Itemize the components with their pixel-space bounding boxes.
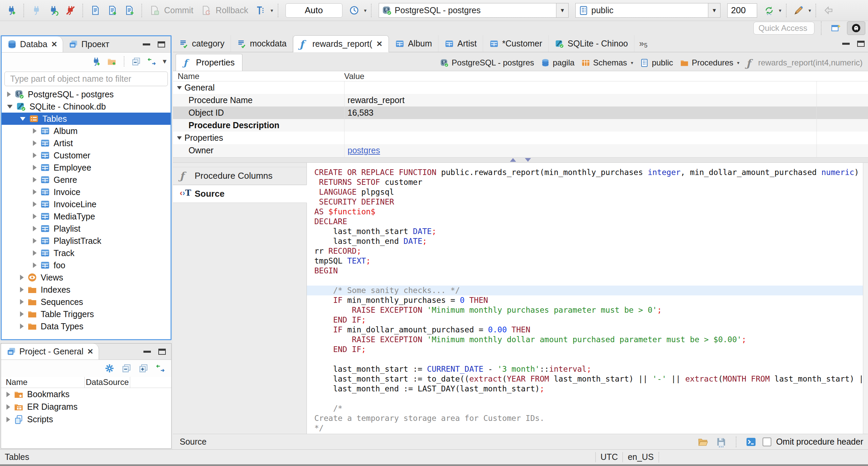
breadcrumb-procedures[interactable]: Procedures▾ <box>680 58 739 67</box>
tree-item-customer[interactable]: Customer <box>2 149 171 161</box>
breadcrumb-rewards-report-int4-numeric[interactable]: ƒrewards_report(int4,numeric) <box>746 58 863 67</box>
minimize-icon[interactable] <box>842 43 850 45</box>
tree-item-album[interactable]: Album <box>2 125 171 137</box>
project-item-scripts[interactable]: Scripts <box>1 413 171 426</box>
connection-combo-arrow-icon[interactable]: ▼ <box>556 3 568 17</box>
sql-history-dropdown-arrow-icon[interactable]: ▾ <box>364 7 367 14</box>
new-connection-button[interactable] <box>3 3 19 18</box>
save-to-file-button[interactable] <box>714 435 728 449</box>
expand-arrow-icon[interactable] <box>33 177 37 182</box>
omit-procedure-header-checkbox[interactable] <box>763 438 771 446</box>
tree-item-artist[interactable]: Artist <box>2 137 171 149</box>
tree-item-mediatype[interactable]: MediaType <box>2 210 171 222</box>
expand-arrow-icon[interactable] <box>33 201 37 207</box>
collapse-arrow-icon[interactable] <box>177 86 182 90</box>
grid-row-properties[interactable]: Properties <box>173 132 868 144</box>
sql-editor-button[interactable] <box>87 3 103 18</box>
expand-arrow-icon[interactable] <box>33 226 37 231</box>
expand-arrow-icon[interactable] <box>33 250 37 256</box>
expand-arrow-icon[interactable] <box>33 263 37 268</box>
overview-ruler[interactable] <box>863 163 868 434</box>
settings-button[interactable] <box>103 362 116 375</box>
tree-item-postgresql-postgres[interactable]: PostgreSQL - postgres <box>2 88 171 100</box>
chevron-down-icon[interactable]: ▾ <box>631 60 633 65</box>
editor-tab-sqlite-chinoo[interactable]: SQLite - Chinoo <box>549 35 634 52</box>
expand-arrow-icon[interactable] <box>33 128 37 134</box>
column-header-datasource[interactable]: DataSource <box>84 377 129 387</box>
expand-arrow-icon[interactable] <box>33 238 37 244</box>
close-icon[interactable]: ✕ <box>51 40 57 49</box>
expand-arrow-icon[interactable] <box>33 214 37 219</box>
collapse-arrow-icon[interactable] <box>20 117 25 121</box>
tree-item-invoiceline[interactable]: InvoiceLine <box>2 198 171 210</box>
disconnect-button[interactable] <box>62 3 78 18</box>
expand-arrow-icon[interactable] <box>33 153 37 158</box>
back-button[interactable] <box>821 3 836 18</box>
expand-arrow-icon[interactable] <box>20 324 24 329</box>
tree-item-sqlite-chinook-db[interactable]: SQLite - Chinook.db <box>2 100 171 113</box>
dbeaver-perspective-button[interactable] <box>847 21 865 35</box>
column-header-name[interactable]: Name <box>173 72 344 81</box>
tab-project-general[interactable]: Project - General ✕ <box>1 344 99 360</box>
schema-combo[interactable]: public ▼ <box>575 3 721 18</box>
editor-tab-artist[interactable]: Artist <box>438 35 483 52</box>
minimize-icon[interactable] <box>143 351 151 353</box>
rollback-button[interactable] <box>198 3 214 18</box>
grid-row-owner[interactable]: Ownerpostgres <box>173 144 868 157</box>
tree-item-employee[interactable]: Employee <box>2 161 171 174</box>
expand-arrow-icon[interactable] <box>33 189 37 195</box>
tree-item-invoice[interactable]: Invoice <box>2 186 171 198</box>
new-sql-editor-button[interactable] <box>121 3 137 18</box>
collapse-all-button[interactable] <box>130 55 143 68</box>
schema-combo-arrow-icon[interactable]: ▼ <box>708 3 720 17</box>
expand-arrow-icon[interactable] <box>20 275 24 280</box>
tab-properties[interactable]: ƒ Properties <box>176 54 242 71</box>
editor-tab-rewards-report[interactable]: ƒrewards_report(✕ <box>293 35 389 52</box>
expand-all-button[interactable] <box>137 362 150 375</box>
editor-tab-customer[interactable]: *Customer <box>483 35 549 52</box>
breadcrumb-postgresql-postgres[interactable]: PostgreSQL - postgres <box>440 58 534 67</box>
breadcrumb-public[interactable]: public <box>640 58 673 67</box>
load-from-file-button[interactable] <box>696 435 710 449</box>
view-menu-icon[interactable]: ▾ <box>163 57 166 66</box>
tree-item-playlist[interactable]: Playlist <box>2 222 171 235</box>
tree-item-views[interactable]: Views <box>2 271 171 284</box>
link-with-editor-button[interactable] <box>154 362 167 375</box>
expand-arrow-icon[interactable] <box>33 165 37 170</box>
subtab-procedure-columns[interactable]: ƒProcedure Columns <box>173 167 307 185</box>
quick-access-input[interactable] <box>753 22 814 35</box>
close-icon[interactable]: ✕ <box>376 40 382 48</box>
column-header-name[interactable]: Name <box>1 377 84 387</box>
maximize-icon[interactable] <box>158 41 165 47</box>
project-item-er-diagrams[interactable]: ER Diagrams <box>1 401 171 413</box>
tree-item-foo[interactable]: foo <box>2 259 171 271</box>
new-connection-button[interactable] <box>90 55 103 68</box>
expand-arrow-icon[interactable] <box>20 311 24 317</box>
tree-item-data-types[interactable]: Data Types <box>2 320 171 332</box>
tree-item-table-triggers[interactable]: Table Triggers <box>2 308 171 320</box>
tree-item-tables[interactable]: Tables <box>2 113 171 125</box>
link-with-editor-button[interactable] <box>145 55 159 68</box>
commit-mode-combo[interactable]: Auto <box>285 3 342 18</box>
tree-item-playlisttrack[interactable]: PlaylistTrack <box>2 235 171 247</box>
tree-item-genre[interactable]: Genre <box>2 174 171 186</box>
commit-button[interactable] <box>146 3 162 18</box>
breadcrumb-pagila[interactable]: pagila <box>541 58 574 67</box>
collapse-arrow-icon[interactable] <box>177 136 182 140</box>
expand-arrow-icon[interactable] <box>7 92 11 97</box>
refresh-button[interactable] <box>761 3 777 18</box>
collapse-arrow-icon[interactable] <box>7 105 13 109</box>
expand-arrow-icon[interactable] <box>20 287 24 292</box>
tree-item-indexes[interactable]: Indexes <box>2 284 171 296</box>
recent-sql-editor-button[interactable] <box>104 3 120 18</box>
expand-arrow-icon[interactable] <box>20 299 24 305</box>
new-folder-button[interactable] <box>105 55 119 68</box>
paint-dropdown-arrow-icon[interactable]: ▾ <box>809 7 811 14</box>
subtab-source[interactable]: ‹›TSource <box>173 185 307 203</box>
collapse-all-button[interactable] <box>120 362 133 375</box>
reconnect-button[interactable] <box>45 3 61 18</box>
grid-row-object-id[interactable]: Object ID16,583 <box>173 106 868 119</box>
grid-row-procedure-description[interactable]: Procedure Description <box>173 119 868 132</box>
tree-item-track[interactable]: Track <box>2 247 171 259</box>
transaction-log-button[interactable] <box>253 3 269 18</box>
